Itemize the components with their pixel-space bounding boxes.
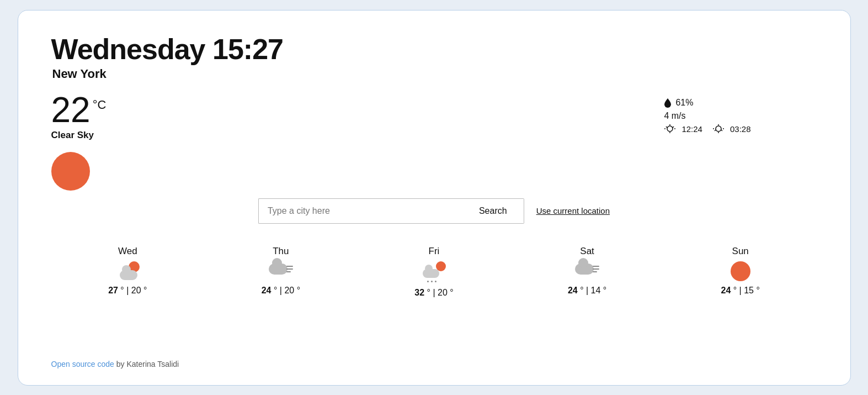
sun-times: 12:24 03:28 bbox=[664, 124, 750, 134]
day-label-sun: Sun bbox=[732, 246, 749, 257]
search-button[interactable]: Search bbox=[462, 198, 524, 224]
temperature-value: 22 bbox=[51, 92, 90, 128]
temperature-unit: °C bbox=[93, 98, 106, 112]
forecast-day-fri: Fri 32 ° | 20 ° bbox=[390, 246, 478, 298]
forecast-icon-wed bbox=[115, 261, 140, 281]
datetime-display: Wednesday 15:27 bbox=[51, 33, 283, 66]
main-content: Wednesday 15:27 New York 22 °C Clear Sky… bbox=[51, 33, 817, 338]
humidity-icon bbox=[664, 98, 672, 108]
city-search-input[interactable] bbox=[258, 198, 462, 224]
sunset-icon bbox=[712, 124, 725, 133]
day-label-fri: Fri bbox=[429, 246, 440, 257]
day-label-wed: Wed bbox=[118, 246, 137, 257]
author-text: by Katerina Tsalidi bbox=[114, 360, 179, 368]
humidity-value: 61% bbox=[675, 98, 693, 108]
forecast-day-sun: Sun 24 ° | 15 ° bbox=[696, 246, 785, 298]
use-location-link[interactable]: Use current location bbox=[536, 206, 610, 215]
forecast-row: Wed 27 ° | 20 ° Thu bbox=[51, 246, 817, 298]
temp-range-sat: 24 ° | 14 ° bbox=[568, 286, 606, 296]
svg-point-5 bbox=[716, 126, 721, 131]
sunrise-time: 12:24 bbox=[681, 124, 702, 134]
humidity-row: 61% bbox=[664, 98, 693, 108]
temp-range-fri: 32 ° | 20 ° bbox=[414, 288, 453, 298]
day-label-sat: Sat bbox=[580, 246, 594, 257]
search-area: Search Use current location bbox=[258, 198, 610, 224]
temperature-line: 22 °C bbox=[51, 92, 106, 128]
weather-row: 22 °C Clear Sky 61% 4 m/s bbox=[51, 92, 817, 191]
wind-value: 4 m/s bbox=[664, 111, 685, 120]
city-display: New York bbox=[52, 67, 283, 81]
current-sun-icon bbox=[51, 152, 90, 191]
footer: Open source code by Katerina Tsalidi bbox=[51, 360, 817, 368]
weather-description: Clear Sky bbox=[51, 130, 94, 141]
forecast-icon-sun bbox=[728, 261, 753, 281]
wind-row: 4 m/s bbox=[664, 111, 685, 121]
left-weather: 22 °C Clear Sky bbox=[51, 92, 106, 191]
right-weather: 61% 4 m/s 12:24 bbox=[664, 98, 750, 134]
sunrise-icon bbox=[664, 124, 676, 133]
forecast-icon-thu bbox=[269, 261, 293, 281]
temp-range-thu: 24 ° | 20 ° bbox=[262, 286, 300, 296]
svg-point-0 bbox=[667, 126, 673, 131]
forecast-day-wed: Wed 27 ° | 20 ° bbox=[83, 246, 172, 298]
temp-range-sun: 24 ° | 15 ° bbox=[721, 286, 760, 296]
forecast-day-thu: Thu 24 ° | 20 ° bbox=[237, 246, 325, 298]
source-code-link[interactable]: Open source code bbox=[51, 360, 114, 368]
sunset-time: 03:28 bbox=[730, 124, 751, 134]
header-row: Wednesday 15:27 New York bbox=[51, 33, 283, 81]
weather-card: Wednesday 15:27 New York 22 °C Clear Sky… bbox=[18, 10, 851, 386]
temp-range-wed: 27 ° | 20 ° bbox=[108, 286, 147, 296]
forecast-icon-fri bbox=[422, 261, 446, 283]
forecast-icon-sat bbox=[575, 261, 599, 281]
day-label-thu: Thu bbox=[273, 246, 289, 257]
forecast-day-sat: Sat 24 ° | 14 ° bbox=[543, 246, 631, 298]
